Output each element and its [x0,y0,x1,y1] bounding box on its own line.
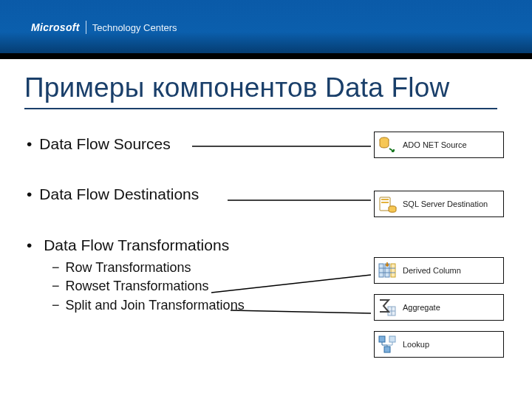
derived-column-icon [378,261,397,280]
bullet-sources-label: Data Flow Sources [39,135,170,152]
sub-rowset-label: Rowset Transformations [66,279,209,293]
lookup-icon [378,335,397,354]
bullet-destinations-label: Data Flow Destinations [39,185,199,202]
svg-rect-5 [379,264,383,277]
component-aggregate-label: Aggregate [403,303,440,312]
svg-rect-15 [384,347,390,352]
component-derived-column: Derived Column [374,257,504,284]
sigma-aggregate-icon [378,298,397,317]
component-column: ADO NET Source SQL Server Destination [374,132,504,375]
bullet-list: Data Flow Sources Data Flow Destinations… [27,134,344,316]
sublist-transformations: Row Transformations Rowset Transformatio… [27,259,344,314]
sub-row: Row Transformations [52,259,344,276]
slide: Microsoft Technology Centers Примеры ком… [0,0,532,399]
sub-row-label: Row Transformations [66,260,191,275]
component-sql-label: SQL Server Destination [403,200,488,208]
sub-rowset: Rowset Transformations [52,278,344,295]
component-aggregate: Aggregate [374,294,504,321]
brand-sub: Technology Centers [92,22,177,33]
component-derived-label: Derived Column [403,266,461,275]
svg-rect-14 [389,336,395,342]
svg-rect-7 [391,264,395,277]
page-title: Примеры компонентов Data Flow [24,72,497,109]
component-sql-destination: SQL Server Destination [374,191,504,217]
component-lookup: Lookup [374,331,504,358]
brand: Microsoft Technology Centers [31,21,177,34]
header-banner: Microsoft Technology Centers [0,0,532,53]
brand-company: Microsoft [31,21,80,33]
bullet-sources: Data Flow Sources [27,134,344,154]
svg-rect-3 [381,202,389,203]
component-lookup-label: Lookup [403,340,429,349]
component-adonet-label: ADO NET Source [403,140,467,149]
bullet-transformations-label: Data Flow Transformations [44,236,229,253]
brand-separator [86,21,86,34]
sub-splitjoin-label: Split and Join Transformations [66,298,245,313]
svg-rect-13 [379,336,385,342]
sub-splitjoin: Split and Join Transformations [52,297,344,314]
database-destination-icon [378,194,397,214]
bullet-destinations: Data Flow Destinations [27,185,344,204]
bullet-transformations: Data Flow Transformations Row Transforma… [27,236,344,314]
svg-rect-2 [381,199,389,200]
database-source-icon [378,135,397,154]
component-adonet-source: ADO NET Source [374,132,504,158]
